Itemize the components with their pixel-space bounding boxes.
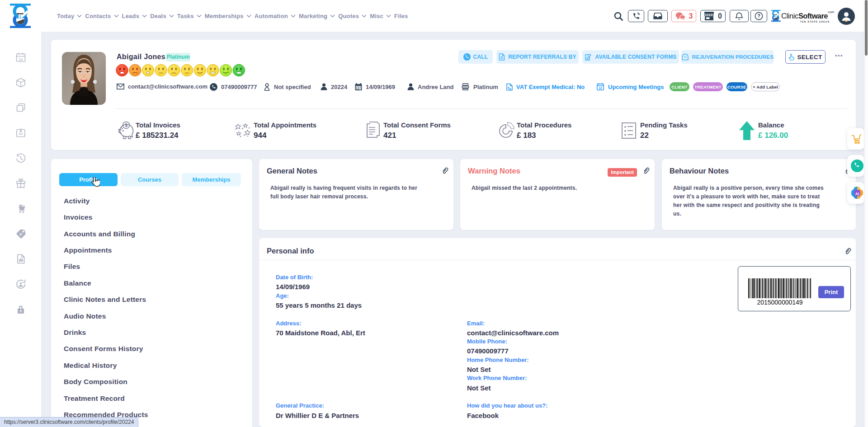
svg-text:AI: AI [855,192,859,196]
svg-text:ClinicSoftware: ClinicSoftware [781,12,828,20]
svg-text:12: 12 [19,57,23,61]
svg-text:?: ? [757,13,760,19]
svg-text:$: $ [125,123,127,128]
svg-text:TEN STEPS AHEAD: TEN STEPS AHEAD [800,21,830,23]
svg-text:12: 12 [599,86,602,89]
svg-text:.com: .com [827,10,834,14]
